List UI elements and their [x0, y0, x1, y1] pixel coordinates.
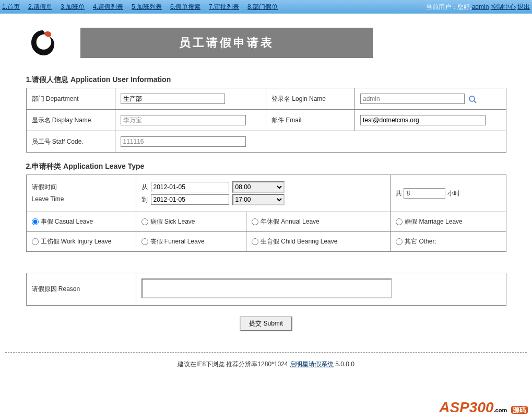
reason-table: 请假原因 Reason	[26, 273, 506, 306]
to-date-input[interactable]	[151, 194, 229, 205]
total-unit: 小时	[447, 190, 460, 197]
nav-overtime-form[interactable]: 3.加班单	[61, 3, 85, 11]
page-title: 员工请假申请表	[80, 28, 373, 58]
radio-sick[interactable]	[141, 218, 148, 225]
submit-button[interactable]: 提交 Submit	[240, 316, 292, 331]
user-greeting: 当前用户：您好,	[426, 3, 471, 10]
radio-injury[interactable]	[32, 238, 39, 245]
leave-type-table: 请假时间 Leave Time 从 08:00 到 17:00 共 小时	[26, 175, 506, 252]
radio-sick-label: 病假 Sick Leave	[150, 217, 195, 226]
user-info: 当前用户：您好,admin 控制中心 退出	[426, 3, 530, 11]
dept-label: 部门 Department	[26, 88, 115, 110]
nav-dept-leave[interactable]: 8.部门假单	[247, 3, 278, 11]
reason-textarea[interactable]	[141, 278, 392, 298]
logo-icon	[26, 26, 60, 60]
login-label: 登录名 Login Name	[266, 88, 355, 110]
user-info-table: 部门 Department 登录名 Login Name 显示名 Display…	[26, 88, 506, 153]
logout-link[interactable]: 退出	[517, 3, 530, 10]
nav-home[interactable]: 1.首页	[2, 3, 20, 11]
total-label: 共	[396, 190, 402, 197]
footer: 建议在IE8下浏览 推荐分辨率1280*1024 启明星请假系统 5.0.0.0	[0, 360, 532, 379]
leave-time-label1: 请假时间	[32, 181, 131, 193]
to-time-select[interactable]: 17:00	[232, 194, 285, 205]
radio-casual-label: 事假 Casual Leave	[41, 217, 93, 226]
total-hours-input[interactable]	[404, 188, 445, 199]
reason-label: 请假原因 Reason	[26, 273, 136, 306]
nav-leave-list[interactable]: 4.请假列表	[93, 3, 123, 11]
from-time-select[interactable]: 08:00	[232, 181, 285, 193]
nav: 1.首页 2.请假单 3.加班单 4.请假列表 5.加班列表 6.假单搜索 7.…	[2, 3, 278, 11]
search-icon[interactable]	[468, 95, 477, 103]
email-label: 邮件 Email	[266, 110, 355, 131]
radio-other-label: 其它 Other:	[405, 237, 436, 246]
login-input[interactable]	[360, 94, 465, 104]
dept-input[interactable]	[121, 94, 225, 104]
staff-input[interactable]	[121, 136, 246, 147]
user-name-link[interactable]: admin	[472, 3, 489, 10]
section2-head: 2.申请种类 Application Leave Type	[26, 162, 506, 171]
radio-annual-label: 年休假 Annual Leave	[261, 217, 320, 226]
footer-version: 5.0.0.0	[335, 361, 354, 368]
topbar: 1.首页 2.请假单 3.加班单 4.请假列表 5.加班列表 6.假单搜索 7.…	[0, 0, 532, 14]
nav-approve-list[interactable]: 7.审批列表	[209, 3, 239, 11]
radio-childbearing[interactable]	[252, 238, 258, 245]
content: 员工请假申请表 1.请假人信息 Application User Informa…	[26, 14, 506, 331]
display-label: 显示名 Display Name	[26, 110, 115, 131]
nav-search[interactable]: 6.假单搜索	[170, 3, 200, 11]
nav-leave-form[interactable]: 2.请假单	[28, 3, 52, 11]
radio-marriage[interactable]	[396, 218, 403, 225]
radio-casual[interactable]	[32, 218, 39, 225]
radio-injury-label: 工伤假 Work Injury Leave	[41, 237, 112, 246]
radio-other[interactable]	[396, 238, 403, 245]
radio-funeral-label: 丧假 Funeral Leave	[150, 237, 205, 246]
section1-head: 1.请假人信息 Application User Information	[26, 75, 506, 85]
from-label: 从	[141, 183, 148, 192]
display-input[interactable]	[121, 115, 246, 125]
staff-label: 员工号 Staff Code.	[26, 131, 115, 153]
footer-text: 建议在IE8下浏览 推荐分辨率1280*1024	[178, 361, 288, 368]
email-input[interactable]	[360, 115, 486, 125]
radio-marriage-label: 婚假 Marriage Leave	[405, 217, 463, 226]
to-label: 到	[141, 195, 148, 204]
nav-overtime-list[interactable]: 5.加班列表	[132, 3, 162, 11]
from-date-input[interactable]	[151, 182, 229, 192]
radio-childbearing-label: 生育假 Child Bearing Leave	[261, 237, 337, 246]
radio-funeral[interactable]	[141, 238, 148, 245]
svg-point-0	[469, 96, 475, 101]
footer-link[interactable]: 启明星请假系统	[290, 361, 334, 368]
footer-divider	[5, 352, 527, 353]
svg-line-1	[474, 101, 476, 103]
radio-annual[interactable]	[252, 218, 258, 225]
leave-time-label2: Leave Time	[32, 193, 131, 205]
control-center-link[interactable]: 控制中心	[491, 3, 516, 10]
